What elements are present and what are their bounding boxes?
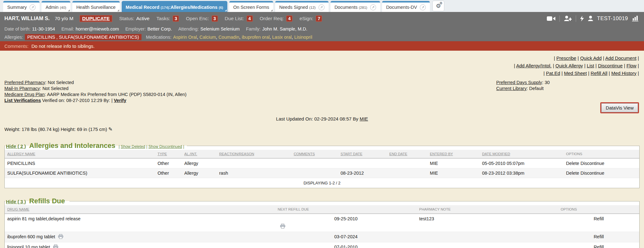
action-link[interactable]: Refill All	[591, 70, 607, 76]
demographic-field: Family:John M. Sample, M.D.	[246, 26, 307, 31]
medications-list[interactable]: Aspirin Oral, Calcium, Coumadin, ibuprof…	[173, 35, 312, 40]
verify-link[interactable]: Verify	[114, 98, 126, 103]
edit-vitals-icon[interactable]: ✎	[108, 127, 113, 132]
section-link[interactable]: Show Discontinued	[148, 144, 182, 149]
allergy-al-int-cell: Allergy	[182, 158, 217, 168]
vitals-text: Weight: 178 lbs (80.74 kg) Height: 69 in…	[4, 127, 107, 132]
action-link[interactable]: Med Sheet	[564, 70, 587, 76]
field-label: Email:	[61, 26, 74, 31]
status-label: Status:	[119, 16, 134, 21]
list-verifications-link[interactable]: List Verifications	[4, 98, 41, 103]
tab[interactable]: Summary ↗	[3, 1, 40, 12]
refills-table-header: DRUG NAMENEXT REFILL DUEPHARMACY NOTEOPT…	[5, 205, 639, 214]
print-icon[interactable]	[280, 224, 285, 229]
refill-option-cell[interactable]: Refill	[558, 232, 639, 242]
person-icon[interactable]	[588, 16, 593, 21]
stat-count-badge[interactable]: 3	[173, 15, 179, 22]
action-link[interactable]: Discontinue	[598, 63, 623, 68]
print-icon[interactable]	[58, 234, 63, 240]
column-header: PHARMACY NOTE	[417, 205, 558, 214]
column-header[interactable]: ALLERGY NAME	[5, 150, 155, 158]
stat-count-badge[interactable]: 4	[286, 15, 292, 22]
action-link[interactable]: Pat.Ed	[546, 70, 560, 76]
printer-line	[278, 224, 414, 229]
action-link[interactable]: Add Allergy/Intol.	[516, 63, 552, 68]
external-link-icon[interactable]: ↗	[420, 4, 426, 10]
section-link[interactable]: Show Deleted	[121, 144, 145, 149]
datavis-view-button[interactable]: DataVis View	[601, 103, 638, 112]
action-link[interactable]: Quick Allergy	[555, 63, 583, 68]
allergy-date-modified-cell: 08-23-2012 03:38pm	[480, 168, 564, 178]
column-header[interactable]: ENTERED BY	[427, 150, 480, 158]
action-link-line: | Prescribe | Quick Add | Add Document |	[0, 54, 639, 62]
field-value: Better Corp.	[147, 26, 172, 31]
flowsheet-chart-icon[interactable]	[632, 15, 639, 21]
column-header[interactable]: AL./INT.	[182, 150, 217, 158]
preferred-days-supply-label[interactable]: Preferred Days Supply	[496, 80, 542, 85]
pharmacy-line-value: Not Selected	[48, 80, 74, 85]
allergy-options-cell[interactable]: Delete Discontinue	[564, 168, 639, 178]
allergy-date-modified-cell: 05-05-2010 05:07pm	[480, 158, 564, 168]
patient-stat: Open Enc:3	[179, 15, 218, 22]
main-content: | Prescribe | Quick Add | Add Document |…	[0, 51, 644, 248]
column-header[interactable]: DATE MODIFIED	[480, 150, 564, 158]
patient-stat: Tasks:3	[149, 15, 179, 22]
duplicate-flag[interactable]: DUPLICATE	[80, 15, 112, 22]
pharmacy-note-cell	[417, 232, 558, 242]
allergy-row: PENICILLINSOtherAllergyMIE05-05-2010 05:…	[5, 158, 639, 168]
drug-name-cell[interactable]: lisinopril 10 mg tablet	[5, 242, 275, 248]
action-link[interactable]: Add Document	[605, 55, 636, 61]
tab-bar: Summary ↗ Admin (40) Health Surveillance…	[0, 0, 644, 12]
print-icon[interactable]	[53, 245, 58, 248]
medication-link[interactable]: ibuprofen oral	[242, 35, 270, 40]
external-link-icon[interactable]: ↗	[30, 4, 36, 10]
tab[interactable]: Documents-DV ↗	[382, 1, 430, 12]
medication-link[interactable]: Lisinopril	[294, 35, 312, 40]
tab[interactable]: On Screen Forms	[229, 1, 273, 12]
tab[interactable]: Needs Signed (12) ↗	[275, 1, 329, 12]
allergies-paging: DISPLAYING 1-2 / 2	[5, 178, 639, 188]
drug-name-cell[interactable]: ibuprofen 600 mg tablet	[5, 232, 275, 242]
column-header[interactable]: START DATE	[338, 150, 387, 158]
refills-hide-link[interactable]: Hide ( 3 )	[6, 199, 26, 204]
medication-link[interactable]: Lasix oral	[272, 35, 292, 40]
column-header[interactable]: TYPE	[155, 150, 182, 158]
stat-count-badge[interactable]: 7	[316, 15, 322, 22]
medication-link[interactable]: Aspirin Oral	[173, 35, 197, 40]
last-updated-by-link[interactable]: MIE	[360, 116, 368, 121]
refill-option-cell[interactable]: Refill	[558, 214, 639, 232]
settings-gears-icon[interactable]: ⚙⚙	[432, 1, 444, 11]
action-link[interactable]: Med History	[611, 70, 636, 76]
action-link[interactable]: Prescribe	[556, 55, 576, 61]
allergies-banner[interactable]: PENICILLINS , SULFA(SULFONAMIDE ANTIBIOT…	[25, 34, 142, 40]
pharmacy-line-label[interactable]: Medicare Drug Plan	[4, 92, 45, 97]
tab[interactable]: Documents (281) ↗	[330, 1, 380, 12]
column-header[interactable]: REACTION/REASON	[217, 150, 291, 158]
current-library-label[interactable]: Current Library	[496, 86, 527, 91]
stat-count-badge[interactable]: 3	[212, 15, 218, 22]
video-call-icon[interactable]	[547, 16, 555, 21]
tab[interactable]: Admin (40)	[42, 1, 70, 12]
medication-link[interactable]: Calcium	[199, 35, 216, 40]
tab-label: Health Surveillance	[76, 5, 116, 10]
drug-name-cell[interactable]: aspirin 81 mg tablet,delayed release	[5, 214, 275, 232]
allergies-hide-link[interactable]: Hide ( 2 )	[6, 144, 26, 149]
pharmacy-line-label[interactable]: Mail-In Pharmacy	[4, 86, 40, 91]
column-header[interactable]: DRUG NAME	[5, 205, 275, 214]
external-link-icon[interactable]: ↗	[370, 4, 376, 10]
tab[interactable]: Medical Record (174):Allergies/Medicatio…	[122, 1, 227, 12]
action-link[interactable]: Flow	[626, 63, 636, 68]
medication-link[interactable]: Coumadin	[219, 35, 239, 40]
column-header[interactable]: END DATE	[387, 150, 427, 158]
stat-count-badge[interactable]: 4	[247, 15, 253, 22]
external-link-icon[interactable]: ↗	[319, 4, 325, 10]
lightning-icon[interactable]	[580, 16, 584, 21]
add-person-icon[interactable]	[564, 16, 572, 21]
column-header[interactable]: COMMENTS	[291, 150, 338, 158]
refill-option-cell[interactable]: Refill	[558, 242, 639, 248]
action-link[interactable]: Quick Add	[580, 55, 602, 61]
pharmacy-line-label[interactable]: Preferred Pharmacy	[4, 80, 45, 85]
allergy-options-cell[interactable]: Delete Discontinue	[564, 158, 639, 168]
tab[interactable]: Health Surveillance	[72, 1, 120, 12]
action-link[interactable]: List	[587, 63, 594, 68]
